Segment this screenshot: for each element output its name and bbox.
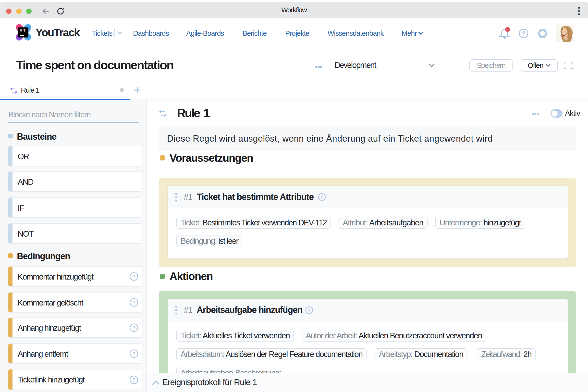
svg-text:?: ?	[132, 377, 136, 383]
svg-text:?: ?	[132, 351, 136, 357]
svg-text:YT: YT	[19, 28, 26, 33]
svg-text:?: ?	[132, 274, 136, 280]
svg-text:?: ?	[132, 300, 136, 306]
svg-text:?: ?	[522, 30, 526, 37]
svg-text:?: ?	[132, 325, 136, 331]
svg-text:?: ?	[308, 308, 311, 313]
svg-text:?: ?	[320, 194, 324, 200]
